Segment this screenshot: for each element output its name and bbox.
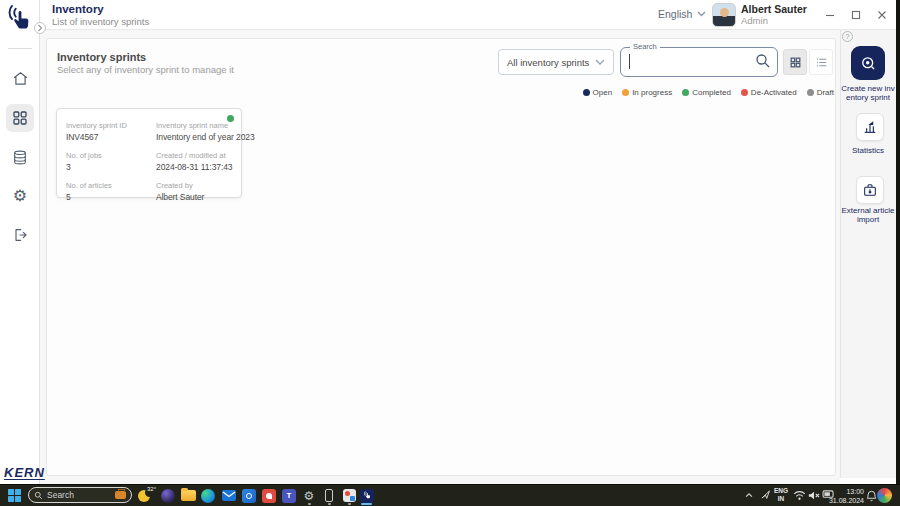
status-dot-de-activated (741, 89, 748, 96)
tray-chevron-up[interactable] (744, 490, 754, 500)
import-box-icon (862, 182, 878, 198)
inventory-app-icon (360, 489, 374, 503)
legend-item-open: Open (583, 88, 613, 97)
logout-icon (12, 227, 28, 243)
external-article-import-button[interactable] (856, 176, 884, 204)
wifi-icon[interactable] (793, 490, 806, 501)
envelope-icon (222, 490, 236, 501)
user-name: Albert Sauter (741, 3, 807, 15)
home-icon (12, 70, 29, 87)
legend-item-completed: Completed (682, 88, 731, 97)
status-legend: Open In progress Completed De-Activated … (554, 88, 834, 97)
tray-clock[interactable]: 13:00 31.08.2024 (824, 487, 864, 505)
chevron-down-icon (697, 11, 706, 17)
running-indicator (328, 503, 331, 505)
phone-icon (325, 489, 333, 502)
bar-chart-icon (862, 119, 878, 135)
field-created-by: Created by Albert Sauter (156, 181, 255, 202)
filter-selected-value: All inventory sprints (507, 57, 589, 68)
kern-brand-logo[interactable]: KERN (4, 465, 45, 480)
colorful-app-icon[interactable] (877, 488, 892, 503)
list-view-icon (815, 56, 828, 69)
user-role: Admin (741, 15, 768, 26)
external-article-import-label[interactable]: External article import (840, 206, 896, 225)
teams-icon: T (282, 489, 296, 503)
taskbar-app-teams[interactable]: T (281, 488, 297, 503)
create-new-sprint-label[interactable]: Create new inventory sprint (841, 84, 895, 103)
language-label: English (658, 8, 692, 20)
taskbar-app-settings[interactable]: ⚙ (301, 488, 317, 503)
tray-date: 31.08.2024 (824, 496, 864, 505)
legend-item-in-progress: In progress (622, 88, 672, 97)
search-input[interactable] (628, 52, 746, 72)
field-sprint-id: Inventory sprint ID INV4567 (66, 121, 156, 142)
taskbar-app-red[interactable] (261, 488, 277, 503)
weather-widget[interactable]: 32° (138, 487, 156, 503)
taskbar-app-inventory-active[interactable] (359, 488, 375, 503)
copilot-icon (161, 489, 175, 503)
sprint-filter-dropdown[interactable]: All inventory sprints (498, 49, 614, 75)
language-selector[interactable]: English (658, 8, 706, 20)
taskbar-app-phone-link[interactable] (321, 488, 337, 503)
grid-view-toggle[interactable] (783, 49, 807, 75)
card-fields: Inventory sprint ID INV4567 Inventory sp… (66, 121, 237, 202)
avatar[interactable] (712, 3, 736, 27)
taskbar-search[interactable]: Search (28, 487, 132, 503)
edge-icon (201, 489, 215, 503)
sidebar-item-logout[interactable] (6, 221, 34, 249)
field-no-of-articles: No. of articles 5 (66, 181, 156, 202)
text-caret (629, 54, 630, 69)
taskbar-app-file-explorer[interactable] (180, 488, 196, 503)
sidebar-divider (8, 48, 32, 49)
sidebar-item-inventory-sprints[interactable] (6, 104, 34, 132)
taskbar-app-snipping-tool[interactable] (341, 488, 357, 503)
sidebar-item-master-data[interactable] (6, 143, 34, 171)
outlook-icon (242, 489, 256, 503)
chevron-down-icon (595, 59, 605, 65)
sidebar-expand-button[interactable] (34, 22, 46, 34)
active-app-indicator (361, 503, 372, 505)
maximize-button[interactable] (848, 7, 864, 23)
taskbar-app-outlook[interactable] (241, 488, 257, 503)
tray-language-indicator[interactable]: ENG IN (774, 487, 788, 503)
red-app-icon (262, 489, 276, 503)
page-subtitle: List of inventory sprints (52, 16, 149, 27)
taskbar-app-edge[interactable] (200, 488, 216, 503)
desktop-edge (896, 0, 900, 484)
close-button[interactable] (874, 7, 890, 23)
page-title: Inventory (52, 3, 104, 15)
help-icon[interactable]: ? (842, 31, 853, 42)
status-dot-in-progress (622, 89, 629, 96)
start-button[interactable] (8, 489, 21, 502)
taskbar-app-mail[interactable] (221, 488, 237, 503)
field-created-modified: Created / modified at 2024-08-31 11:37:4… (156, 151, 255, 172)
gear-icon: ⚙ (304, 490, 315, 502)
taskbar-search-placeholder: Search (47, 490, 111, 500)
inventory-sprint-card[interactable]: Inventory sprint ID INV4567 Inventory sp… (56, 108, 242, 198)
search-icon[interactable] (754, 52, 774, 72)
status-dot-open (583, 89, 590, 96)
touch-gesture-logo-icon[interactable] (5, 4, 35, 34)
gear-icon: ⚙ (13, 188, 27, 204)
status-dot-draft (807, 89, 814, 96)
volume-muted-icon[interactable] (808, 490, 820, 501)
list-view-toggle[interactable] (809, 49, 833, 75)
taskbar-app-copilot[interactable] (160, 488, 176, 503)
statistics-button[interactable] (856, 113, 884, 141)
notification-bell-icon[interactable] (866, 490, 877, 502)
statistics-label[interactable]: Statistics (841, 146, 895, 155)
apps-grid-icon (12, 110, 28, 126)
legend-item-de-activated: De-Activated (741, 88, 797, 97)
tray-time: 13:00 (824, 487, 864, 496)
section-heading: Inventory sprints (57, 51, 146, 63)
create-sprint-icon (859, 54, 878, 73)
snipping-tool-icon (343, 489, 356, 502)
grid-view-icon (789, 56, 802, 69)
search-icon (34, 491, 43, 500)
minimize-button[interactable] (822, 7, 838, 23)
status-dot-completed (682, 89, 689, 96)
tray-location-icon[interactable] (760, 489, 771, 500)
sidebar-item-settings[interactable]: ⚙ (6, 182, 34, 210)
create-new-sprint-button[interactable] (851, 46, 885, 80)
sidebar-item-home[interactable] (6, 64, 34, 92)
